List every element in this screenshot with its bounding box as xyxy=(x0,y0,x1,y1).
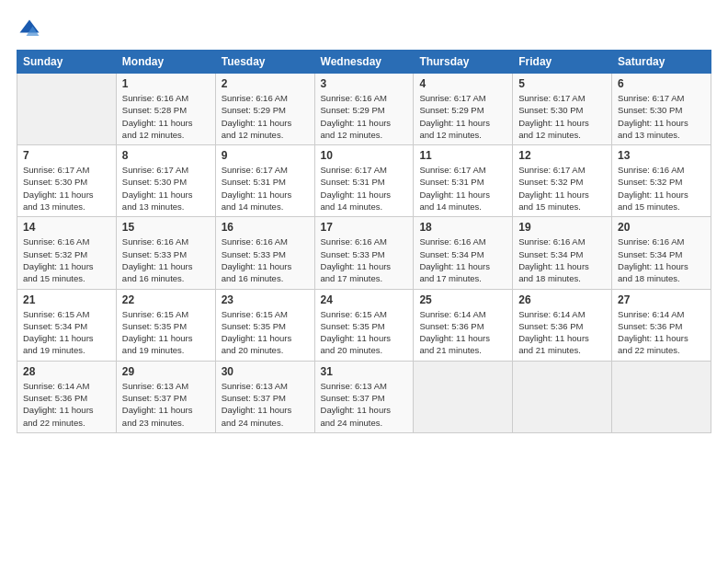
day-info: Sunrise: 6:14 AM Sunset: 5:36 PM Dayligh… xyxy=(518,308,606,357)
day-info: Sunrise: 6:13 AM Sunset: 5:37 PM Dayligh… xyxy=(122,380,210,429)
day-info: Sunrise: 6:17 AM Sunset: 5:30 PM Dayligh… xyxy=(23,164,110,213)
day-number: 9 xyxy=(222,149,309,162)
calendar-cell: 26Sunrise: 6:14 AM Sunset: 5:36 PM Dayli… xyxy=(513,289,612,361)
day-number: 1 xyxy=(122,77,210,90)
calendar-cell: 30Sunrise: 6:13 AM Sunset: 5:37 PM Dayli… xyxy=(215,361,314,432)
calendar-cell: 7Sunrise: 6:17 AM Sunset: 5:30 PM Daylig… xyxy=(17,145,117,217)
calendar-cell: 24Sunrise: 6:15 AM Sunset: 5:35 PM Dayli… xyxy=(314,289,414,361)
calendar-cell: 10Sunrise: 6:17 AM Sunset: 5:31 PM Dayli… xyxy=(314,145,414,217)
day-info: Sunrise: 6:17 AM Sunset: 5:30 PM Dayligh… xyxy=(618,92,705,141)
calendar-cell: 25Sunrise: 6:14 AM Sunset: 5:36 PM Dayli… xyxy=(414,289,513,361)
calendar-week-3: 14Sunrise: 6:16 AM Sunset: 5:32 PM Dayli… xyxy=(17,217,711,289)
calendar-cell: 15Sunrise: 6:16 AM Sunset: 5:33 PM Dayli… xyxy=(116,217,215,289)
day-info: Sunrise: 6:15 AM Sunset: 5:35 PM Dayligh… xyxy=(222,308,309,357)
day-number: 13 xyxy=(618,149,705,162)
svg-marker-0 xyxy=(20,20,40,33)
calendar-table: SundayMondayTuesdayWednesdayThursdayFrid… xyxy=(17,50,711,433)
calendar-week-2: 7Sunrise: 6:17 AM Sunset: 5:30 PM Daylig… xyxy=(17,145,711,217)
day-info: Sunrise: 6:16 AM Sunset: 5:33 PM Dayligh… xyxy=(321,236,408,284)
calendar-cell xyxy=(17,74,117,145)
day-number: 15 xyxy=(122,221,210,234)
day-number: 24 xyxy=(321,293,408,306)
calendar-cell: 29Sunrise: 6:13 AM Sunset: 5:37 PM Dayli… xyxy=(116,361,215,432)
calendar-cell: 13Sunrise: 6:16 AM Sunset: 5:32 PM Dayli… xyxy=(612,145,711,217)
day-number: 31 xyxy=(321,365,408,378)
day-info: Sunrise: 6:16 AM Sunset: 5:34 PM Dayligh… xyxy=(419,236,506,284)
day-info: Sunrise: 6:16 AM Sunset: 5:32 PM Dayligh… xyxy=(23,236,110,284)
calendar-cell xyxy=(612,361,711,432)
calendar-cell: 12Sunrise: 6:17 AM Sunset: 5:32 PM Dayli… xyxy=(513,145,612,217)
day-info: Sunrise: 6:16 AM Sunset: 5:33 PM Dayligh… xyxy=(222,236,309,284)
day-info: Sunrise: 6:15 AM Sunset: 5:34 PM Dayligh… xyxy=(23,308,110,357)
calendar-cell: 31Sunrise: 6:13 AM Sunset: 5:37 PM Dayli… xyxy=(314,361,414,432)
day-number: 12 xyxy=(518,149,606,162)
col-header-friday: Friday xyxy=(513,51,612,74)
calendar-week-5: 28Sunrise: 6:14 AM Sunset: 5:36 PM Dayli… xyxy=(17,361,711,432)
day-number: 30 xyxy=(222,365,309,378)
day-info: Sunrise: 6:14 AM Sunset: 5:36 PM Dayligh… xyxy=(618,308,705,357)
calendar-cell: 27Sunrise: 6:14 AM Sunset: 5:36 PM Dayli… xyxy=(612,289,711,361)
day-info: Sunrise: 6:17 AM Sunset: 5:32 PM Dayligh… xyxy=(518,164,606,213)
col-header-wednesday: Wednesday xyxy=(314,51,414,74)
day-info: Sunrise: 6:16 AM Sunset: 5:29 PM Dayligh… xyxy=(321,92,408,141)
day-info: Sunrise: 6:17 AM Sunset: 5:31 PM Dayligh… xyxy=(222,164,309,213)
calendar-cell: 19Sunrise: 6:16 AM Sunset: 5:34 PM Dayli… xyxy=(513,217,612,289)
col-header-tuesday: Tuesday xyxy=(215,51,314,74)
day-info: Sunrise: 6:17 AM Sunset: 5:31 PM Dayligh… xyxy=(419,164,506,213)
day-number: 4 xyxy=(419,77,506,90)
col-header-saturday: Saturday xyxy=(612,51,711,74)
day-number: 19 xyxy=(518,221,606,234)
calendar-cell: 21Sunrise: 6:15 AM Sunset: 5:34 PM Dayli… xyxy=(17,289,117,361)
day-info: Sunrise: 6:14 AM Sunset: 5:36 PM Dayligh… xyxy=(419,308,506,357)
col-header-monday: Monday xyxy=(116,51,215,74)
day-number: 25 xyxy=(419,293,506,306)
day-number: 2 xyxy=(222,77,309,90)
calendar-cell: 5Sunrise: 6:17 AM Sunset: 5:30 PM Daylig… xyxy=(513,74,612,145)
day-number: 6 xyxy=(618,77,705,90)
day-info: Sunrise: 6:16 AM Sunset: 5:32 PM Dayligh… xyxy=(618,164,705,213)
page-container: SundayMondayTuesdayWednesdayThursdayFrid… xyxy=(0,0,728,442)
calendar-cell: 11Sunrise: 6:17 AM Sunset: 5:31 PM Dayli… xyxy=(414,145,513,217)
day-info: Sunrise: 6:13 AM Sunset: 5:37 PM Dayligh… xyxy=(222,380,309,429)
day-number: 28 xyxy=(23,365,110,378)
calendar-cell: 2Sunrise: 6:16 AM Sunset: 5:29 PM Daylig… xyxy=(215,74,314,145)
day-info: Sunrise: 6:16 AM Sunset: 5:34 PM Dayligh… xyxy=(518,236,606,284)
day-number: 18 xyxy=(419,221,506,234)
day-number: 20 xyxy=(618,221,705,234)
col-header-sunday: Sunday xyxy=(17,51,117,74)
day-info: Sunrise: 6:17 AM Sunset: 5:31 PM Dayligh… xyxy=(321,164,408,213)
calendar-cell: 18Sunrise: 6:16 AM Sunset: 5:34 PM Dayli… xyxy=(414,217,513,289)
calendar-cell: 6Sunrise: 6:17 AM Sunset: 5:30 PM Daylig… xyxy=(612,74,711,145)
calendar-week-1: 1Sunrise: 6:16 AM Sunset: 5:28 PM Daylig… xyxy=(17,74,711,145)
calendar-cell: 9Sunrise: 6:17 AM Sunset: 5:31 PM Daylig… xyxy=(215,145,314,217)
day-number: 11 xyxy=(419,149,506,162)
day-info: Sunrise: 6:17 AM Sunset: 5:30 PM Dayligh… xyxy=(122,164,210,213)
day-info: Sunrise: 6:16 AM Sunset: 5:28 PM Dayligh… xyxy=(122,92,210,141)
day-number: 21 xyxy=(23,293,110,306)
day-info: Sunrise: 6:16 AM Sunset: 5:33 PM Dayligh… xyxy=(122,236,210,284)
day-number: 16 xyxy=(222,221,309,234)
calendar-cell: 22Sunrise: 6:15 AM Sunset: 5:35 PM Dayli… xyxy=(116,289,215,361)
calendar-cell xyxy=(414,361,513,432)
calendar-cell: 4Sunrise: 6:17 AM Sunset: 5:29 PM Daylig… xyxy=(414,74,513,145)
calendar-cell: 8Sunrise: 6:17 AM Sunset: 5:30 PM Daylig… xyxy=(116,145,215,217)
page-header xyxy=(17,17,711,42)
day-number: 3 xyxy=(321,77,408,90)
col-header-thursday: Thursday xyxy=(414,51,513,74)
day-number: 8 xyxy=(122,149,210,162)
calendar-header-row: SundayMondayTuesdayWednesdayThursdayFrid… xyxy=(17,51,711,74)
day-info: Sunrise: 6:15 AM Sunset: 5:35 PM Dayligh… xyxy=(122,308,210,357)
day-number: 14 xyxy=(23,221,110,234)
day-number: 5 xyxy=(518,77,606,90)
day-number: 22 xyxy=(122,293,210,306)
calendar-cell: 28Sunrise: 6:14 AM Sunset: 5:36 PM Dayli… xyxy=(17,361,117,432)
calendar-cell: 20Sunrise: 6:16 AM Sunset: 5:34 PM Dayli… xyxy=(612,217,711,289)
day-info: Sunrise: 6:17 AM Sunset: 5:29 PM Dayligh… xyxy=(419,92,506,141)
day-number: 23 xyxy=(222,293,309,306)
calendar-cell: 16Sunrise: 6:16 AM Sunset: 5:33 PM Dayli… xyxy=(215,217,314,289)
day-number: 7 xyxy=(23,149,110,162)
day-number: 26 xyxy=(518,293,606,306)
calendar-cell: 23Sunrise: 6:15 AM Sunset: 5:35 PM Dayli… xyxy=(215,289,314,361)
calendar-cell: 14Sunrise: 6:16 AM Sunset: 5:32 PM Dayli… xyxy=(17,217,117,289)
calendar-cell xyxy=(513,361,612,432)
